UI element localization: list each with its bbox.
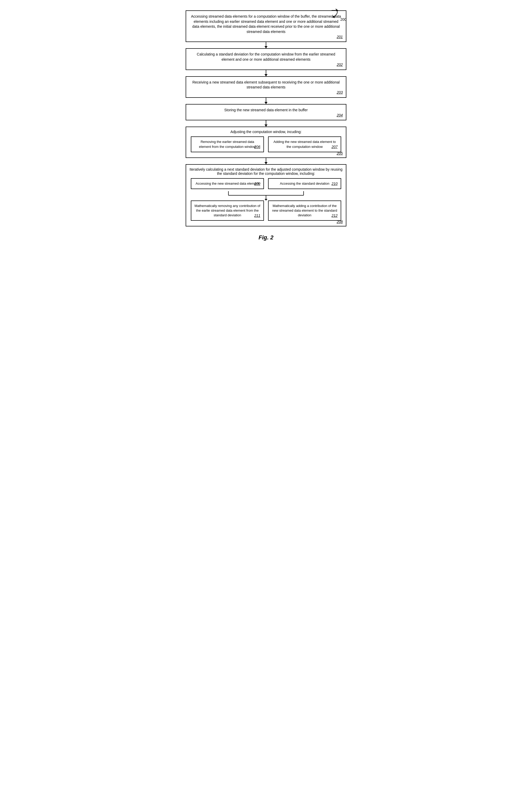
ref-203: 203 — [337, 90, 343, 95]
ref-209: 209 — [254, 181, 260, 187]
box-201: Accessing streamed data elements for a c… — [186, 11, 346, 42]
box-204-text: Storing the new streamed data element in… — [224, 108, 308, 112]
box-209-text: Accessing the new streamed data element — [196, 182, 259, 185]
box-206-text: Removing the earlier streamed data eleme… — [199, 140, 256, 148]
sub-box-row-205: Removing the earlier streamed data eleme… — [189, 136, 343, 154]
box-202: Calculating a standard deviation for the… — [186, 48, 346, 70]
sub-box-row-209-210: Accessing the new streamed data element … — [189, 178, 343, 191]
box-201-text: Accessing streamed data elements for a c… — [191, 14, 341, 34]
sub-box-row-211-212: Mathematically removing any contribution… — [189, 201, 343, 223]
box-207: Adding the new streamed data element to … — [268, 136, 341, 152]
figure-label: Fig. 2 — [186, 234, 346, 241]
box-212: Mathematically adding a contribution of … — [268, 201, 341, 221]
merge-arrows-svg — [191, 191, 341, 201]
ref-212: 212 — [331, 213, 338, 219]
box-203-text: Receiving a new streamed data element su… — [192, 80, 340, 90]
ref-210: 210 — [331, 181, 338, 187]
box-207-text: Adding the new streamed data element to … — [273, 140, 336, 148]
box-208-title: Iteratively calculating a next standard … — [189, 167, 343, 175]
box-202-text: Calculating a standard deviation for the… — [197, 52, 335, 61]
arrow-204-205 — [266, 120, 266, 127]
ref-206: 206 — [254, 145, 260, 150]
flow-diagram: Accessing streamed data elements for a c… — [186, 11, 346, 226]
box-206: Removing the earlier streamed data eleme… — [191, 136, 264, 152]
arrow-201-202 — [266, 42, 266, 48]
ref-205: 205 — [337, 151, 343, 155]
ref-208: 208 — [337, 220, 343, 224]
box-210: Accessing the standard deviation 210 — [268, 178, 341, 189]
box-205-title: Adjusting the computation window, incudi… — [189, 130, 343, 134]
box-203: Receiving a new streamed data element su… — [186, 76, 346, 98]
arrow-202-203 — [266, 70, 266, 76]
arrow-205-208 — [266, 158, 266, 164]
page: 200 Accessing streamed data elements for… — [178, 5, 354, 257]
ref-211: 211 — [254, 213, 260, 219]
ref-201: 201 — [337, 35, 343, 40]
ref-207: 207 — [331, 145, 338, 150]
box-212-text: Mathematically adding a contribution of … — [272, 204, 337, 217]
ref-202: 202 — [337, 62, 343, 68]
box-205: Adjusting the computation window, incudi… — [186, 127, 346, 158]
arrow-203-204 — [266, 98, 266, 104]
box-204: Storing the new streamed data element in… — [186, 104, 346, 120]
ref-204: 204 — [337, 113, 343, 118]
box-210-text: Accessing the standard deviation — [280, 182, 329, 185]
merge-arrow-area — [189, 191, 343, 201]
box-209: Accessing the new streamed data element … — [191, 178, 264, 189]
box-211: Mathematically removing any contribution… — [191, 201, 264, 221]
box-211-text: Mathematically removing any contribution… — [194, 204, 260, 217]
svg-marker-7 — [264, 199, 268, 201]
box-208: Iteratively calculating a next standard … — [186, 164, 346, 227]
